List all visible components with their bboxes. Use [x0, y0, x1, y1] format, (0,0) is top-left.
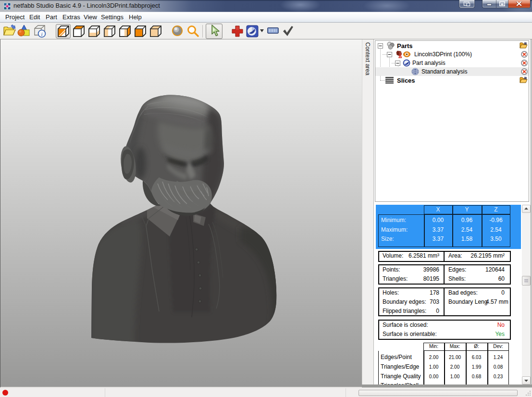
svg-text:i: i — [41, 31, 42, 37]
